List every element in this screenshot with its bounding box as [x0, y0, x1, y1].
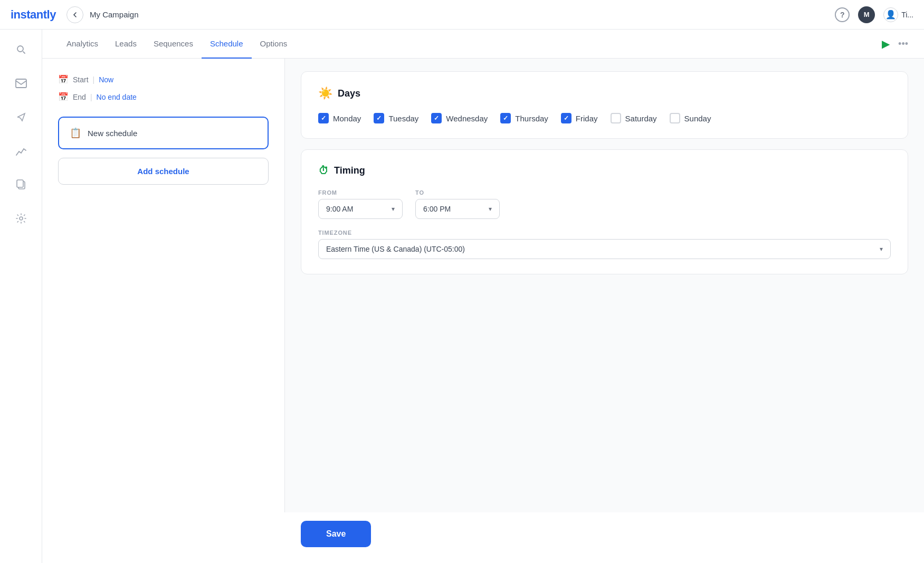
days-title: ☀️ Days — [318, 87, 891, 100]
add-schedule-button[interactable]: Add schedule — [58, 158, 269, 185]
to-field: TO 6:00 PM ▾ — [415, 189, 500, 219]
save-button[interactable]: Save — [301, 521, 371, 547]
checkbox-sunday[interactable] — [670, 113, 680, 123]
tab-sequences[interactable]: Sequences — [145, 30, 202, 59]
day-friday: ✓ Friday — [561, 113, 598, 123]
copy-sidebar-icon[interactable] — [12, 175, 31, 194]
app-logo: instantly — [11, 8, 56, 22]
end-label: End — [73, 93, 86, 101]
to-label: TO — [415, 189, 500, 196]
back-button[interactable] — [66, 6, 83, 23]
schedule-card-icon: 📋 — [70, 127, 81, 139]
from-value: 9:00 AM — [326, 205, 353, 213]
day-monday-label: Monday — [333, 114, 361, 123]
timezone-select[interactable]: Eastern Time (US & Canada) (UTC-05:00) ▾ — [318, 239, 891, 259]
start-calendar-icon: 📅 — [58, 74, 69, 84]
timing-title: ⏱ Timing — [318, 165, 891, 177]
svg-rect-3 — [17, 180, 23, 187]
tab-bar-actions: ▶ ••• — [882, 37, 908, 50]
end-value[interactable]: No end date — [97, 93, 137, 101]
timing-clock-icon: ⏱ — [318, 165, 329, 177]
user-label: Ti... — [901, 11, 913, 19]
campaign-title: My Campaign — [90, 10, 139, 19]
from-select[interactable]: 9:00 AM ▾ — [318, 199, 403, 219]
day-thursday: ✓ Thursday — [500, 113, 548, 123]
tab-analytics[interactable]: Analytics — [58, 30, 107, 59]
timezone-label: TIMEZONE — [318, 230, 891, 236]
to-select-arrow: ▾ — [489, 205, 492, 213]
timezone-field: TIMEZONE Eastern Time (US & Canada) (UTC… — [318, 230, 891, 259]
day-tuesday-label: Tuesday — [388, 114, 418, 123]
tab-bar: Analytics Leads Sequences Schedule Optio… — [42, 30, 924, 59]
day-sunday: Sunday — [670, 113, 711, 123]
avatar[interactable]: M — [858, 6, 875, 23]
days-card: ☀️ Days ✓ Monday ✓ Tuesday — [301, 71, 908, 139]
play-button[interactable]: ▶ — [882, 37, 890, 50]
user-icon: 👤 — [883, 7, 898, 22]
page-body: 📅 Start | Now 📅 End | No end date 📋 New … — [42, 59, 924, 512]
start-date-row: 📅 Start | Now — [58, 74, 269, 84]
tab-schedule[interactable]: Schedule — [202, 30, 252, 59]
day-saturday-label: Saturday — [625, 114, 657, 123]
day-sunday-label: Sunday — [684, 114, 711, 123]
to-value: 6:00 PM — [423, 205, 451, 213]
svg-point-4 — [20, 217, 23, 220]
email-sidebar-icon[interactable] — [12, 74, 31, 93]
end-calendar-icon: 📅 — [58, 92, 69, 102]
send-sidebar-icon[interactable] — [12, 108, 31, 127]
timing-from-to-row: FROM 9:00 AM ▾ TO 6:00 PM ▾ — [318, 189, 891, 219]
schedule-card-label: New schedule — [88, 129, 137, 138]
checkbox-wednesday[interactable]: ✓ — [431, 113, 442, 123]
checkbox-saturday[interactable] — [611, 113, 621, 123]
svg-rect-1 — [16, 79, 26, 88]
day-saturday: Saturday — [611, 113, 657, 123]
navbar: instantly My Campaign ? M 👤 Ti... — [0, 0, 924, 30]
content-area: Analytics Leads Sequences Schedule Optio… — [42, 30, 924, 563]
svg-point-0 — [17, 46, 23, 52]
checkbox-thursday[interactable]: ✓ — [500, 113, 511, 123]
days-title-text: Days — [338, 88, 360, 99]
day-friday-label: Friday — [576, 114, 598, 123]
tab-leads[interactable]: Leads — [107, 30, 145, 59]
save-section: Save — [42, 512, 924, 563]
start-label: Start — [73, 75, 89, 84]
from-label: FROM — [318, 189, 403, 196]
day-tuesday: ✓ Tuesday — [374, 113, 418, 123]
more-button[interactable]: ••• — [898, 39, 908, 50]
analytics-sidebar-icon[interactable] — [12, 141, 31, 160]
left-panel: 📅 Start | Now 📅 End | No end date 📋 New … — [42, 59, 285, 512]
timezone-select-arrow: ▾ — [880, 245, 883, 253]
right-panel: ☀️ Days ✓ Monday ✓ Tuesday — [285, 59, 924, 512]
end-date-row: 📅 End | No end date — [58, 92, 269, 102]
checkbox-tuesday[interactable]: ✓ — [374, 113, 384, 123]
main-layout: Analytics Leads Sequences Schedule Optio… — [0, 30, 924, 563]
to-select[interactable]: 6:00 PM ▾ — [415, 199, 500, 219]
timing-card: ⏱ Timing FROM 9:00 AM ▾ TO — [301, 149, 908, 274]
sidebar — [0, 30, 42, 563]
day-wednesday: ✓ Wednesday — [431, 113, 488, 123]
from-select-arrow: ▾ — [392, 205, 395, 213]
day-monday: ✓ Monday — [318, 113, 361, 123]
schedule-card[interactable]: 📋 New schedule — [58, 117, 269, 149]
days-row: ✓ Monday ✓ Tuesday ✓ Wednesday — [318, 113, 891, 123]
help-icon[interactable]: ? — [835, 7, 850, 22]
day-wednesday-label: Wednesday — [446, 114, 488, 123]
tab-options[interactable]: Options — [252, 30, 296, 59]
search-sidebar-icon[interactable] — [12, 40, 31, 59]
navbar-right: ? M 👤 Ti... — [835, 6, 913, 23]
day-thursday-label: Thursday — [515, 114, 548, 123]
days-sun-icon: ☀️ — [318, 87, 332, 100]
checkbox-friday[interactable]: ✓ — [561, 113, 571, 123]
from-field: FROM 9:00 AM ▾ — [318, 189, 403, 219]
timing-title-text: Timing — [334, 165, 365, 176]
checkbox-monday[interactable]: ✓ — [318, 113, 329, 123]
timezone-value: Eastern Time (US & Canada) (UTC-05:00) — [326, 245, 465, 253]
start-value[interactable]: Now — [99, 75, 113, 84]
user-menu[interactable]: 👤 Ti... — [883, 7, 913, 22]
settings-sidebar-icon[interactable] — [12, 209, 31, 228]
